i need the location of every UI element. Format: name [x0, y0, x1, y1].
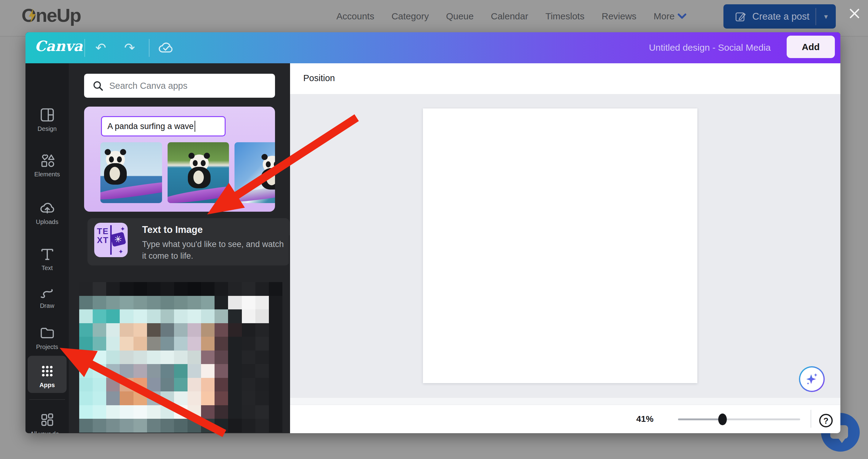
mosaic-cell — [201, 337, 215, 350]
mosaic-cell — [79, 337, 93, 350]
sidebar-item-text[interactable]: Text — [26, 246, 69, 271]
mosaic-cell — [255, 364, 269, 378]
mosaic-cell — [120, 337, 133, 350]
magic-ai-button[interactable] — [799, 366, 825, 392]
mosaic-cell — [120, 296, 133, 310]
mosaic-cell — [242, 392, 255, 405]
mosaic-cell — [269, 392, 282, 405]
app-description: Type what you'd like to see, and watch i… — [142, 238, 286, 262]
screen: OneUp Accounts Category Queue Calendar T… — [0, 0, 868, 459]
mosaic-cell — [269, 309, 282, 323]
mosaic-cell — [255, 337, 269, 350]
mosaic-cell — [160, 419, 174, 433]
sidebar-item-uploads[interactable]: Uploads — [26, 200, 69, 226]
mosaic-cell — [147, 364, 160, 378]
mosaic-cell — [201, 419, 215, 433]
text-to-image-promo-card[interactable]: A panda surfing a wave — [84, 107, 275, 212]
prompt-input[interactable]: A panda surfing a wave — [101, 116, 226, 136]
sidebar-item-draw[interactable]: Draw — [26, 288, 69, 309]
mosaic-cell — [147, 282, 160, 296]
nav-calendar[interactable]: Calendar — [491, 11, 528, 22]
mosaic-cell — [93, 350, 106, 364]
compose-icon — [735, 11, 746, 22]
mosaic-cell — [255, 309, 269, 323]
mosaic-cell — [269, 364, 282, 378]
mosaic-cell — [215, 405, 228, 419]
mosaic-cell — [215, 323, 228, 337]
create-post-caret[interactable]: ▾ — [816, 12, 836, 21]
mosaic-cell — [133, 323, 147, 337]
mosaic-cell — [269, 282, 282, 296]
mosaic-cell — [93, 309, 106, 323]
nav-more[interactable]: More — [654, 11, 686, 22]
help-button[interactable]: ? — [819, 414, 833, 427]
nav-timeslots[interactable]: Timeslots — [546, 11, 584, 22]
mosaic-cell — [93, 282, 106, 296]
undo-icon[interactable]: ↶ — [94, 41, 108, 55]
mosaic-cell — [215, 337, 228, 350]
mosaic-cell — [188, 378, 201, 392]
mosaic-cell — [174, 323, 188, 337]
bottom-bar-divider — [811, 410, 811, 428]
canva-sidebar: Design Elements Uploads — [26, 63, 69, 433]
search-input[interactable] — [109, 81, 271, 91]
cloud-saved-icon — [158, 40, 174, 56]
nav-queue[interactable]: Queue — [446, 11, 474, 22]
sidebar-item-apps[interactable]: Apps — [26, 363, 69, 389]
mosaic-cell — [160, 282, 174, 296]
add-button[interactable]: Add — [787, 36, 835, 58]
mosaic-cell — [242, 378, 255, 392]
sidebar-divider — [29, 399, 65, 400]
mosaic-cell — [160, 405, 174, 419]
mosaic-cell — [133, 350, 147, 364]
mosaic-cell — [269, 323, 282, 337]
mosaic-cell — [242, 350, 255, 364]
mosaic-cell — [242, 323, 255, 337]
mosaic-cell — [93, 405, 106, 419]
mosaic-cell — [93, 392, 106, 405]
zoom-slider[interactable] — [678, 419, 800, 420]
position-button[interactable]: Position — [303, 73, 335, 83]
redo-icon[interactable]: ↷ — [122, 41, 136, 55]
editor-workspace — [290, 94, 840, 405]
oneup-logo[interactable]: OneUp — [22, 4, 81, 26]
mosaic-cell — [79, 309, 93, 323]
mosaic-cell — [147, 309, 160, 323]
sparkle-icon — [804, 371, 820, 388]
mosaic-cell — [120, 282, 133, 296]
mosaic-cell — [201, 350, 215, 364]
mosaic-cell — [79, 378, 93, 392]
sidebar-item-design[interactable]: Design — [26, 107, 69, 133]
create-a-post-button[interactable]: Create a post ▾ — [723, 4, 836, 29]
mosaic-cell — [188, 323, 201, 337]
uploads-icon — [39, 200, 55, 216]
close-icon[interactable] — [849, 8, 860, 19]
sidebar-item-elements[interactable]: Elements — [26, 152, 69, 178]
mosaic-cell — [174, 282, 188, 296]
oneup-nav: Accounts Category Queue Calendar Timeslo… — [336, 11, 686, 22]
sidebar-item-all-your-designs[interactable]: All your de... — [26, 412, 69, 433]
sidebar-item-projects[interactable]: Projects — [26, 325, 69, 350]
nav-category[interactable]: Category — [391, 11, 429, 22]
mosaic-cell — [79, 350, 93, 364]
mosaic-cell — [242, 296, 255, 310]
design-canvas[interactable] — [423, 109, 698, 383]
projects-icon — [39, 325, 55, 341]
mosaic-cell — [242, 405, 255, 419]
mosaic-cell — [215, 309, 228, 323]
text-to-image-app-row[interactable]: TEXT ✳ ✦ ✦ Text to Image Type what you'd… — [88, 218, 290, 265]
mosaic-cell — [120, 405, 133, 419]
canva-modal: Canva ↶ ↷ Untitled design - Social Media… — [26, 32, 840, 433]
mosaic-cell — [147, 350, 160, 364]
mosaic-cell — [228, 337, 242, 350]
nav-reviews[interactable]: Reviews — [601, 11, 636, 22]
mosaic-cell — [93, 364, 106, 378]
mosaic-cell — [120, 419, 133, 433]
design-title[interactable]: Untitled design - Social Media — [602, 42, 771, 53]
nav-accounts[interactable]: Accounts — [336, 11, 374, 22]
panda-image-2 — [167, 142, 229, 203]
zoom-slider-knob[interactable] — [718, 413, 727, 425]
canva-logo[interactable]: Canva — [35, 38, 83, 54]
mosaic-cell — [147, 392, 160, 405]
mosaic-cell — [255, 350, 269, 364]
